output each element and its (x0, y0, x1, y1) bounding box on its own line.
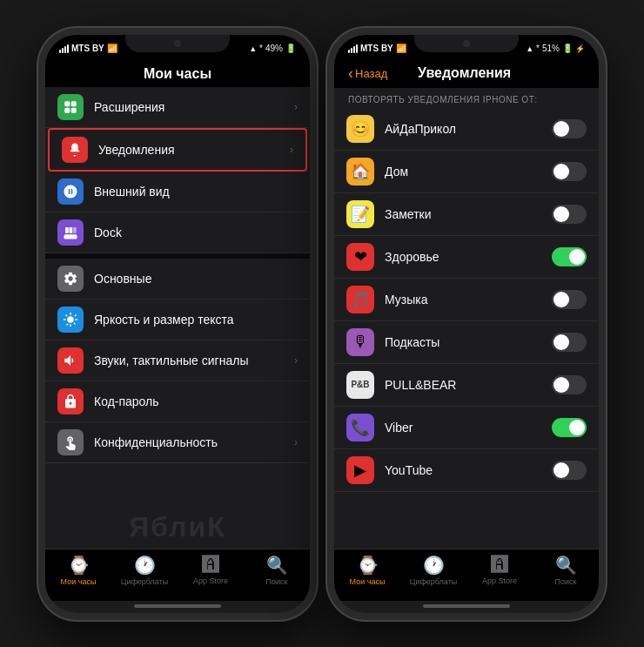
menu-item-sounds[interactable]: Звуки, тактильные сигналы › (45, 340, 310, 381)
notif-music[interactable]: 🎵 Музыка (334, 279, 599, 321)
menu-item-passcode[interactable]: Код-пароль (45, 381, 310, 422)
watch-icon-1: ⌚ (68, 555, 90, 576)
status-left-1: MTS BY 📶 (59, 44, 117, 53)
menu-item-brightness[interactable]: Яркость и размер текста (45, 300, 310, 340)
tab-label-store-2: App Store (482, 576, 517, 585)
chevron-sounds: › (294, 354, 298, 367)
tab-my-watch-1[interactable]: ⌚ Мои часы (45, 555, 111, 586)
tab-search-1[interactable]: 🔍 Поиск (244, 555, 310, 586)
bar4 (67, 44, 69, 53)
carrier-1: MTS BY (71, 44, 104, 53)
back-arrow-icon: ‹ (348, 64, 353, 83)
svg-rect-2 (64, 107, 70, 112)
camera-dot (174, 40, 181, 47)
notif-notes[interactable]: 📝 Заметки (334, 193, 599, 236)
svg-rect-7 (73, 227, 77, 233)
notif-pullbear[interactable]: P&B PULL&BEAR (334, 364, 599, 407)
page-title-1: Мои часы (59, 66, 296, 82)
toggle-podcasts[interactable] (552, 333, 587, 352)
notif-aydaprikol[interactable]: 😊 АйДаПрикол (334, 108, 599, 151)
menu-item-general[interactable]: Основные (45, 259, 310, 300)
chevron-notifications: › (290, 144, 293, 156)
nav-bar-1: Мои часы (45, 59, 310, 87)
home-indicator-1 (134, 604, 221, 608)
notif-viber[interactable]: 📞 Viber (334, 407, 599, 449)
tab-bar-2: ⌚ Мои часы 🕐 Циферблаты 🅰 App Store 🔍 По… (334, 549, 599, 601)
wifi-icon-1: 📶 (107, 44, 117, 53)
menu-item-appearance[interactable]: Внешний вид (45, 172, 310, 212)
label-pullbear: PULL&BEAR (385, 378, 552, 392)
label-general: Основные (94, 272, 298, 286)
status-right-1: ▲ * 49% 🔋 (249, 44, 296, 53)
menu-item-notifications[interactable]: Уведомления › (48, 128, 307, 172)
bt-icon-2: * (536, 44, 540, 53)
notif-podcasts[interactable]: 🎙 Подкасты (334, 321, 599, 364)
tab-faces-1[interactable]: 🕐 Циферблаты (111, 555, 178, 586)
label-aydaprikol: АйДаПрикол (385, 122, 552, 136)
bt-icon-1: * (259, 44, 263, 53)
bar4-2 (356, 44, 358, 53)
tab-search-2[interactable]: 🔍 Поиск (533, 555, 599, 586)
label-appearance: Внешний вид (94, 185, 298, 199)
chevron-privacy: › (294, 436, 298, 448)
icon-health: ❤ (346, 243, 374, 271)
bar1-2 (348, 50, 350, 53)
label-dock: Dock (94, 226, 298, 239)
status-left-2: MTS BY 📶 (348, 44, 406, 53)
toggle-music[interactable] (552, 290, 587, 309)
back-button[interactable]: ‹ Назад (348, 64, 387, 83)
tab-label-mywatch-2: Мои часы (350, 577, 386, 586)
menu-item-extensions[interactable]: Расширения › (45, 87, 310, 128)
label-health: Здоровье (385, 250, 552, 264)
location-icon-1: ▲ (249, 44, 257, 53)
svg-rect-4 (64, 234, 77, 239)
toggle-pullbear[interactable] (552, 375, 587, 394)
home-indicator-2 (423, 604, 510, 608)
menu-list-1: Расширения › Уведомления › Внешний (45, 87, 310, 549)
tab-appstore-1[interactable]: 🅰 App Store (178, 555, 244, 585)
search-icon-2: 🔍 (555, 555, 577, 576)
notif-youtube[interactable]: ▶ YouTube (334, 449, 599, 492)
notification-list: 😊 АйДаПрикол 🏠 Дом 📝 Заметки (334, 108, 599, 549)
icon-notes: 📝 (346, 200, 374, 228)
toggle-health[interactable] (552, 247, 587, 266)
bar2-2 (351, 48, 352, 53)
icon-music: 🎵 (346, 286, 374, 313)
tab-faces-2[interactable]: 🕐 Циферблаты (400, 555, 466, 586)
tab-appstore-2[interactable]: 🅰 App Store (466, 555, 533, 585)
tab-my-watch-2[interactable]: ⌚ Мои часы (334, 555, 400, 586)
signal-bars-2 (348, 44, 358, 53)
icon-appearance (57, 179, 84, 205)
battery-icon-1: 🔋 (285, 44, 296, 53)
label-music: Музыка (385, 293, 552, 307)
battery-1: 49% (265, 44, 283, 53)
tab-label-faces-1: Циферблаты (121, 577, 169, 586)
label-sounds: Звуки, тактильные сигналы (94, 354, 294, 367)
location-icon-2: ▲ (526, 44, 533, 53)
label-extensions: Расширения (94, 100, 294, 114)
faces-icon-2: 🕐 (423, 555, 445, 576)
search-icon-1: 🔍 (266, 555, 288, 576)
phone-1: MTS BY 📶 14:51 ▲ * 49% 🔋 Мои часы (38, 28, 317, 620)
icon-podcasts: 🎙 (346, 328, 374, 356)
toggle-viber[interactable] (552, 418, 587, 437)
label-notes: Заметки (385, 207, 552, 221)
phones-container: MTS BY 📶 14:51 ▲ * 49% 🔋 Мои часы (21, 10, 623, 637)
toggle-youtube[interactable] (552, 461, 587, 480)
toggle-dom[interactable] (552, 162, 587, 181)
menu-item-privacy[interactable]: Конфиденциальность › (45, 422, 310, 463)
watch-icon-2: ⌚ (357, 555, 379, 576)
tab-label-search-2: Поиск (555, 577, 577, 586)
svg-rect-0 (64, 101, 70, 106)
toggle-aydaprikol[interactable] (552, 119, 587, 138)
label-podcasts: Подкасты (385, 335, 552, 349)
menu-item-dock[interactable]: Dock (45, 212, 310, 253)
toggle-notes[interactable] (552, 205, 587, 224)
notif-dom[interactable]: 🏠 Дом (334, 151, 599, 193)
label-youtube: YouTube (385, 463, 552, 477)
icon-extensions (57, 94, 84, 120)
status-right-2: ▲ * 51% 🔋 ⚡ (526, 44, 585, 53)
svg-rect-6 (70, 227, 73, 233)
back-label: Назад (355, 67, 387, 80)
notif-health[interactable]: ❤ Здоровье (334, 236, 599, 279)
